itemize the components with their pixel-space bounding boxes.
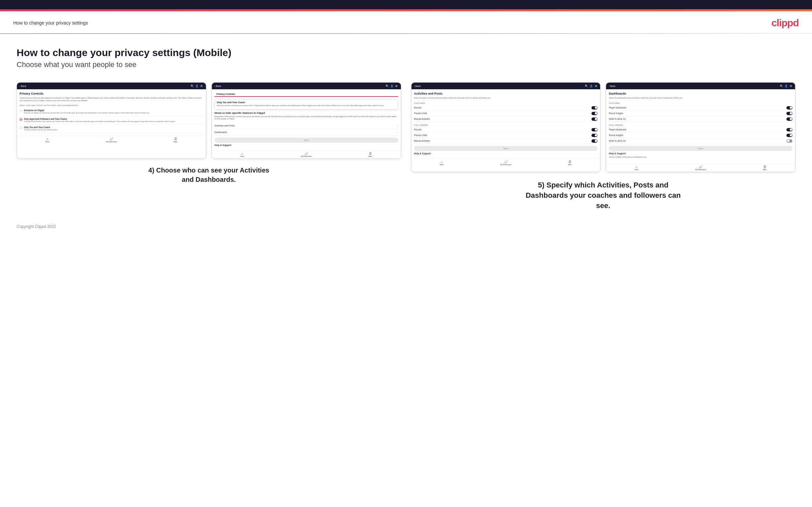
save-button-3[interactable]: Save (414, 146, 598, 151)
popup-box: Only You and Your Coach Only you and the… (214, 99, 398, 110)
phone-3: ‹ Back 🔍 👤 ⚙ Activities and Posts Select… (411, 82, 601, 172)
privacy-controls-title: Privacy Controls (19, 92, 203, 95)
footer-home-4[interactable]: ⌂ Home (635, 165, 639, 171)
home-label-3: Home (440, 164, 444, 166)
chevron-left-icon-4: ‹ (609, 85, 609, 87)
tab-privacy-controls[interactable]: Privacy Controls (214, 92, 237, 97)
footer-menu-1[interactable]: ☰ Menu (174, 137, 177, 143)
help-support-desc-4: Visit our Clippd community to troublesho… (609, 156, 793, 159)
coaches-round-insights-row: Round Insights (609, 111, 793, 116)
footer-menu-3[interactable]: ☰ Menu (568, 160, 572, 166)
followers-what-to-work-row: What To Work On (609, 138, 793, 144)
footer-home-3[interactable]: ⌂ Home (440, 160, 444, 166)
phone-1: ‹ Back 🔍 👤 ⚙ Privacy Controls Control ho… (16, 82, 206, 159)
popup-title: Only You and Your Coach (217, 101, 396, 104)
phone-1-back[interactable]: ‹ Back (19, 85, 26, 87)
menu-label-2: Menu (369, 156, 372, 157)
footer-home-1[interactable]: ⌂ Home (45, 137, 49, 143)
coaches-what-to-work-toggle[interactable] (786, 117, 793, 121)
back-label-1: Back (21, 85, 26, 87)
settings-icon-1[interactable]: ⚙ (200, 84, 203, 88)
followers-what-to-work-toggle[interactable] (786, 139, 793, 143)
phone-4-header: ‹ Back 🔍 👤 ⚙ (606, 82, 795, 89)
show-hide-desc: Regardless of the privacy controls that … (214, 115, 398, 120)
phone-3-back[interactable]: ‹ Back (414, 85, 421, 87)
phone-2-body: Privacy Controls Only You and Your Coach… (212, 89, 401, 150)
settings-icon-2[interactable]: ⚙ (395, 84, 398, 88)
phone-1-header: ‹ Back 🔍 👤 ⚙ (17, 82, 206, 89)
phone-2-back[interactable]: ‹ Back (214, 85, 221, 87)
dashboards-desc: Select the dashboards that you'd like to… (609, 97, 793, 100)
option-everyone-content: Everyone on Clippd Everyone on Clippd ca… (24, 109, 150, 114)
coaches-player-dashboard-toggle[interactable] (786, 106, 793, 110)
menu-label-3: Menu (568, 164, 572, 166)
option-coach-content: Only You and Your Coach Only you and the… (24, 126, 58, 131)
search-icon-4[interactable]: 🔍 (780, 84, 783, 88)
settings-icon-4[interactable]: ⚙ (789, 84, 793, 88)
menu-label-1: Menu (174, 141, 177, 143)
option-coach-label: Only You and Your Coach (24, 126, 58, 128)
footer-menu-2[interactable]: ☰ Menu (369, 152, 372, 157)
footer-menu-4[interactable]: ☰ Menu (763, 165, 766, 171)
followers-manual-toggle[interactable] (592, 139, 598, 143)
followers-rounds-toggle[interactable] (592, 128, 598, 131)
top-bar (0, 0, 812, 9)
performance-icon-4: 📈 (699, 165, 702, 169)
home-label-1: Home (45, 141, 49, 143)
coaches-round-insights-toggle[interactable] (786, 112, 793, 115)
footer-performance-2[interactable]: 📈 My Performance (301, 152, 312, 157)
followers-drills-row: Practice Drills (414, 133, 598, 138)
home-icon-2: ⌂ (241, 152, 243, 155)
person-icon-2[interactable]: 👤 (390, 84, 394, 88)
phone-1-icons: 🔍 👤 ⚙ (191, 84, 203, 88)
save-button-2[interactable]: Save (214, 138, 398, 143)
phone-2-footer: ⌂ Home 📈 My Performance ☰ Menu (212, 150, 401, 159)
followers-player-dashboard-label: Player Dashboard (609, 128, 626, 131)
coaches-rounds-row: Rounds (414, 105, 598, 111)
search-icon-1[interactable]: 🔍 (191, 84, 194, 88)
performance-icon-3: 📈 (504, 160, 508, 164)
performance-label-2: My Performance (301, 156, 312, 157)
option-coach-only[interactable]: Only You and Your Coach Only you and the… (19, 124, 203, 133)
followers-player-dashboard-row: Player Dashboard (609, 127, 793, 133)
followers-manual-label: Manual Activities (414, 140, 430, 142)
performance-label-4: My Performance (695, 169, 706, 171)
home-icon-1: ⌂ (47, 137, 48, 141)
coaches-rounds-toggle[interactable] (592, 106, 598, 110)
person-icon-3[interactable]: 👤 (590, 84, 593, 88)
coaches-manual-toggle[interactable] (592, 117, 598, 121)
list-item-dashboards[interactable]: Dashboards › (214, 129, 398, 136)
search-icon-3[interactable]: 🔍 (585, 84, 588, 88)
followers-round-insights-toggle[interactable] (786, 134, 793, 137)
coaches-drills-toggle[interactable] (592, 112, 598, 115)
performance-label-3: My Performance (501, 164, 511, 166)
followers-round-insights-row: Round Insights (609, 133, 793, 138)
phone-2-header: ‹ Back 🔍 👤 ⚙ (212, 82, 401, 89)
followers-drills-toggle[interactable] (592, 134, 598, 137)
list-item-activities[interactable]: Activities and Posts › (214, 122, 398, 129)
save-button-4[interactable]: Save (609, 146, 793, 151)
followers-rounds-row: Rounds (414, 127, 598, 133)
home-icon-3: ⌂ (441, 160, 442, 164)
phone-4-back[interactable]: ‹ Back (609, 85, 615, 87)
search-icon-2[interactable]: 🔍 (386, 84, 389, 88)
coaches-round-insights-label: Round Insights (609, 112, 623, 114)
person-icon-1[interactable]: 👤 (195, 84, 199, 88)
footer-performance-3[interactable]: 📈 My Performance (501, 160, 511, 166)
option-everyone-desc: Everyone on Clippd can search for you an… (24, 112, 150, 114)
radio-coach-only[interactable] (19, 126, 22, 129)
footer-home-2[interactable]: ⌂ Home (240, 152, 244, 157)
radio-everyone[interactable] (19, 110, 22, 112)
arrow-icon-dashboards: › (397, 131, 398, 134)
option-approved-desc: Only approved followers and coaches you … (24, 120, 175, 123)
person-icon-4[interactable]: 👤 (784, 84, 788, 88)
option-approved[interactable]: Only Approved Followers and Your Coach O… (19, 116, 203, 125)
followers-rounds-label: Rounds (414, 128, 421, 131)
footer-performance-1[interactable]: 📈 My Performance (106, 137, 117, 143)
option-everyone[interactable]: Everyone on Clippd Everyone on Clippd ca… (19, 108, 203, 116)
settings-icon-3[interactable]: ⚙ (594, 84, 598, 88)
followers-player-dashboard-toggle[interactable] (786, 128, 793, 131)
caption-1: 4) Choose who can see your Activities an… (143, 166, 275, 184)
footer-performance-4[interactable]: 📈 My Performance (695, 165, 706, 171)
radio-approved[interactable] (19, 118, 22, 121)
